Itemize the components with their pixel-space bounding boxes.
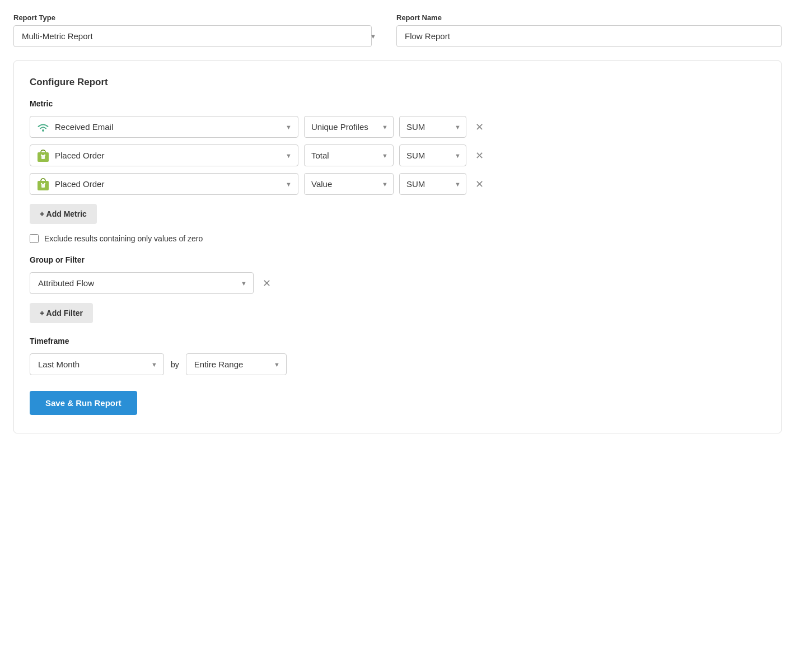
timeframe-row: Last Month Last 7 Days Last 30 Days This… (30, 353, 765, 375)
metric-1-remove-button[interactable]: ✕ (472, 120, 487, 134)
range-select-wrap: Entire Range Day Week Month ▼ (186, 353, 287, 375)
metric-row-1: Received Email Placed Order Opened Email… (30, 116, 765, 138)
metric-1-select[interactable]: Received Email Placed Order Opened Email (30, 116, 298, 138)
metric-2-agg-wrap: SUM AVG MIN MAX ▼ (399, 144, 466, 166)
add-filter-button[interactable]: + Add Filter (30, 303, 93, 323)
metric-1-stat-wrap: Unique Profiles Total Value ▼ (304, 116, 394, 138)
metric-3-select[interactable]: Placed Order Received Email Opened Email (30, 173, 298, 195)
filter-1-remove-button[interactable]: ✕ (259, 276, 274, 291)
exclude-label: Exclude results containing only values o… (44, 234, 203, 243)
metric-1-agg-wrap: SUM AVG MIN MAX ▼ (399, 116, 466, 138)
group-filter-section: Group or Filter Attributed Flow Campaign… (30, 255, 765, 323)
timeframe-select[interactable]: Last Month Last 7 Days Last 30 Days This… (30, 353, 164, 375)
metric-2-select[interactable]: Placed Order Received Email Opened Email (30, 144, 298, 166)
metric-1-field-wrap: Received Email Placed Order Opened Email… (30, 116, 298, 138)
metric-1-stat-select[interactable]: Unique Profiles Total Value (304, 116, 394, 138)
report-name-label: Report Name (396, 13, 782, 22)
add-metric-button[interactable]: + Add Metric (30, 204, 97, 224)
metric-2-remove-button[interactable]: ✕ (472, 148, 487, 163)
metric-3-agg-wrap: SUM AVG MIN MAX ▼ (399, 173, 466, 195)
metric-2-agg-select[interactable]: SUM AVG MIN MAX (399, 144, 466, 166)
metric-3-field-wrap: Placed Order Received Email Opened Email… (30, 173, 298, 195)
metric-label: Metric (30, 99, 765, 108)
filter-1-wrap: Attributed Flow Campaign Segment ▼ (30, 272, 254, 294)
filter-row-1: Attributed Flow Campaign Segment ▼ ✕ (30, 272, 765, 294)
metric-3-stat-wrap: Value Total Unique Profiles ▼ (304, 173, 394, 195)
metric-2-field-wrap: Placed Order Received Email Opened Email… (30, 144, 298, 166)
report-type-select-wrapper: Multi-Metric Report Single Metric Report… (13, 25, 383, 47)
timeframe-select-wrap: Last Month Last 7 Days Last 30 Days This… (30, 353, 164, 375)
metric-2-stat-wrap: Total Unique Profiles Value ▼ (304, 144, 394, 166)
timeframe-label: Timeframe (30, 337, 765, 346)
by-label: by (171, 360, 179, 369)
metric-3-stat-select[interactable]: Value Total Unique Profiles (304, 173, 394, 195)
exclude-checkbox[interactable] (30, 234, 39, 243)
report-type-select[interactable]: Multi-Metric Report Single Metric Report (13, 25, 372, 47)
group-filter-label: Group or Filter (30, 255, 765, 264)
report-name-input[interactable] (396, 25, 782, 47)
metric-row-3: Placed Order Received Email Opened Email… (30, 173, 765, 195)
report-type-label: Report Type (13, 13, 383, 22)
metric-1-agg-select[interactable]: SUM AVG MIN MAX (399, 116, 466, 138)
metric-row-2: Placed Order Received Email Opened Email… (30, 144, 765, 166)
save-run-button[interactable]: Save & Run Report (30, 391, 137, 415)
exclude-checkbox-row: Exclude results containing only values o… (30, 234, 765, 243)
range-select[interactable]: Entire Range Day Week Month (186, 353, 287, 375)
metric-3-remove-button[interactable]: ✕ (472, 177, 487, 192)
metric-3-agg-select[interactable]: SUM AVG MIN MAX (399, 173, 466, 195)
timeframe-section: Timeframe Last Month Last 7 Days Last 30… (30, 337, 765, 375)
configure-section-title: Configure Report (30, 77, 765, 88)
metric-2-stat-select[interactable]: Total Unique Profiles Value (304, 144, 394, 166)
configure-report-section: Configure Report Metric Received Email P… (13, 60, 782, 433)
filter-1-select[interactable]: Attributed Flow Campaign Segment (30, 272, 254, 294)
